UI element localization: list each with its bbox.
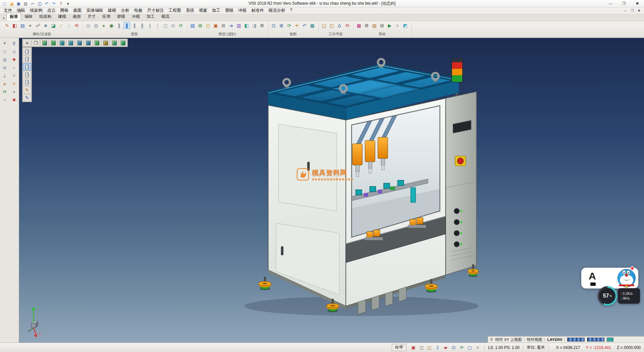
3d-viewport[interactable]: ≡❐ ✎✎ 模具资料网 Y X <box>19 38 644 343</box>
vertex-display-icon[interactable]: ❘ <box>154 22 161 29</box>
color-table-icon[interactable]: ▩ <box>356 22 362 29</box>
workplane-by-face-icon[interactable]: ◰ <box>328 22 335 29</box>
select-icon[interactable]: ⌖ <box>1 40 8 47</box>
zoom-all-icon[interactable]: ⊡ <box>270 22 277 29</box>
help-icon[interactable]: ? <box>58 1 64 6</box>
shaded-edges-mode-icon[interactable]: ◉ <box>108 22 115 29</box>
refresh-status-icon[interactable]: ⟳ <box>459 345 465 351</box>
tab-曲面[interactable]: 曲面 <box>69 13 84 21</box>
menu-?[interactable]: ? <box>288 7 295 14</box>
refresh-display-icon[interactable]: ⟳ <box>177 22 184 29</box>
left-view-icon[interactable] <box>75 39 84 46</box>
workplane-3points-icon[interactable]: ∆ <box>336 22 343 29</box>
front-view-icon[interactable] <box>58 39 66 46</box>
erase-icon[interactable]: ✖ <box>10 96 18 103</box>
snap-point-icon[interactable]: ⊙ <box>1 64 8 71</box>
viewport-layout-icon[interactable]: ❐ <box>32 39 40 46</box>
menu-冲模[interactable]: 冲模 <box>236 7 249 14</box>
transparency-mode-icon[interactable]: ❚ <box>123 22 130 29</box>
menu-系统[interactable]: 系统 <box>183 7 197 14</box>
monitor-icon[interactable]: ⊡ <box>450 345 457 351</box>
snap-perpendicular-icon[interactable]: ⊥ <box>1 72 8 79</box>
filter-reset-icon[interactable]: ⟲ <box>73 22 80 29</box>
snap-center-icon[interactable]: ◎ <box>1 56 8 63</box>
right-view-icon[interactable] <box>84 39 92 46</box>
close-button[interactable]: ✖ <box>631 0 644 7</box>
layer-manager-icon[interactable]: ▤ <box>189 22 196 29</box>
layer-on-icon[interactable]: ◧ <box>243 22 250 29</box>
grid-icon[interactable]: ⌗ <box>394 22 401 29</box>
active-layer-label[interactable]: LAYER0 <box>547 338 562 342</box>
attributes-icon[interactable]: ✎ <box>4 22 10 29</box>
surface-display-icon[interactable]: ❚ <box>139 22 146 29</box>
mask-point-icon[interactable]: ∴ <box>65 22 72 29</box>
doc-minimize-button[interactable]: — <box>623 9 628 12</box>
mask-wireframe-icon[interactable]: ∕ <box>58 22 64 29</box>
cut-icon[interactable]: ✂ <box>30 1 36 6</box>
edit-colors-icon[interactable]: ✎ <box>23 94 31 101</box>
snap-lock-button[interactable]: 栓牢 <box>392 344 407 351</box>
undo-icon[interactable]: ↶ <box>44 1 50 6</box>
filter-dimensions-icon[interactable] <box>23 79 31 86</box>
box-status-icon[interactable]: ▢ <box>467 345 473 351</box>
tab-模流[interactable]: 模流 <box>158 13 173 21</box>
section-display-icon[interactable]: ◫ <box>162 22 169 29</box>
view-search-icon[interactable]: ⚲ <box>490 337 493 342</box>
iso-view-icon[interactable] <box>40 39 49 46</box>
mask-solid-icon[interactable]: ■ <box>42 22 49 29</box>
tab-编辑[interactable]: 编辑 <box>21 13 36 21</box>
edge-display-icon[interactable]: ❙ <box>147 22 153 29</box>
grid-status-icon[interactable]: ⌗ <box>475 345 481 351</box>
menu-加工[interactable]: 加工 <box>210 7 223 14</box>
filter-wireframe-icon[interactable] <box>23 63 31 71</box>
mask-surface-icon[interactable]: ◪ <box>50 22 57 29</box>
zoom-in-icon[interactable]: + <box>10 88 18 95</box>
tab-建模[interactable]: 建模 <box>55 13 69 21</box>
filter-points-icon[interactable] <box>23 71 31 78</box>
macro-icon[interactable]: ▶ <box>386 22 393 29</box>
line-style-swatch[interactable] <box>587 338 604 342</box>
move-to-layer-icon[interactable]: ➜ <box>228 22 234 29</box>
element-filter-icon[interactable]: ⌖ <box>27 22 34 29</box>
layer-off-icon[interactable]: ◨ <box>251 22 258 29</box>
snap-end-icon[interactable]: □ <box>1 48 8 55</box>
new-file-icon[interactable]: ▢ <box>1 1 8 6</box>
print-icon[interactable]: ▤ <box>22 1 29 6</box>
restore-button[interactable]: ❐ <box>617 0 631 7</box>
measure-icon[interactable]: ⌀ <box>1 80 8 87</box>
system-settings-icon[interactable]: ⚙ <box>363 22 370 29</box>
pan-icon[interactable]: ✛ <box>10 80 18 87</box>
bottom-view-icon[interactable] <box>93 39 101 46</box>
doc-close-button[interactable]: ✖ <box>637 9 641 12</box>
workplane-status-icon[interactable]: ◱ <box>426 345 433 351</box>
layer-color-swatch[interactable] <box>567 338 585 342</box>
layer-settings-icon[interactable]: ⚙ <box>259 22 265 29</box>
current-color-swatch[interactable] <box>607 338 613 342</box>
filter-surfaces-icon[interactable] <box>23 55 31 63</box>
lock-layer-icon[interactable]: ⊠ <box>220 22 227 29</box>
current-view-label[interactable]: 绝对 XY 上视图 <box>495 337 522 342</box>
tab-线架构[interactable]: 线架构 <box>36 13 55 21</box>
axonometric-view-icon[interactable] <box>101 39 110 46</box>
view-mode-label[interactable]: 绝对视图 <box>527 337 542 342</box>
tab-尺寸[interactable]: 尺寸 <box>84 13 99 21</box>
snap-intersection-icon[interactable]: ✚ <box>10 56 18 63</box>
doraemon-avatar[interactable] <box>618 269 636 287</box>
desktop-assistant-widget[interactable]: A <box>581 268 638 289</box>
previous-view-icon[interactable]: ↶ <box>301 22 308 29</box>
clip-display-icon[interactable]: ⊟ <box>170 22 176 29</box>
cylinder-display-icon[interactable]: ❚ <box>116 22 122 29</box>
zoom-out-icon[interactable]: − <box>1 96 8 103</box>
minimize-button[interactable]: — <box>604 0 617 7</box>
save-icon[interactable]: ▣ <box>15 1 22 6</box>
redo-icon[interactable]: ↷ <box>51 1 57 6</box>
rotate-icon[interactable]: ⟳ <box>1 88 8 95</box>
rotate-view-icon[interactable]: ⟳ <box>286 22 292 29</box>
snap-mid-icon[interactable]: ◇ <box>10 48 18 55</box>
tab-标准[interactable]: 标准 <box>6 13 21 21</box>
hidden-line-mode-icon[interactable]: ◍ <box>93 22 99 29</box>
solid-display-icon[interactable]: ❚ <box>131 22 138 29</box>
menu-模流分析[interactable]: 模流分析 <box>266 7 288 14</box>
tab-加工[interactable]: 加工 <box>143 13 158 21</box>
wireframe-mode-icon[interactable]: ◎ <box>85 22 92 29</box>
